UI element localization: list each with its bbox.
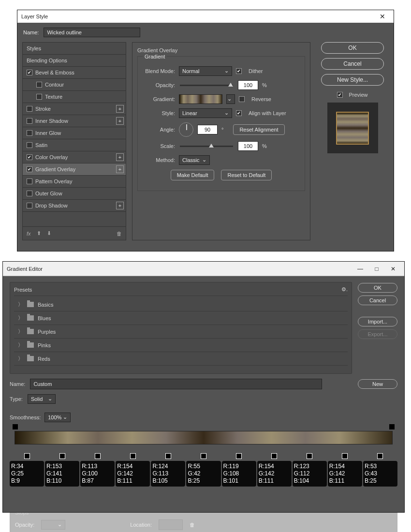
make-default-button[interactable]: Make Default <box>171 170 215 180</box>
stop-opacity-select <box>41 520 65 530</box>
folder-icon <box>27 342 34 348</box>
reset-default-button[interactable]: Reset to Default <box>221 170 272 180</box>
layer-style-title: Layer Style <box>21 14 48 19</box>
styles-list: Styles Blending Options Bevel & Emboss C… <box>22 42 126 240</box>
inner-glow-check[interactable] <box>27 130 32 136</box>
gradient-editor-titlebar[interactable]: Gradient Editor — □ ✕ <box>3 262 404 276</box>
method-label: Method: <box>143 157 175 163</box>
preview-check[interactable] <box>337 92 343 98</box>
opacity-slider[interactable] <box>180 85 233 86</box>
type-select[interactable]: Solid <box>28 394 56 404</box>
preset-folder[interactable]: 〉Basics <box>14 298 348 311</box>
gradient-overlay-check[interactable] <box>27 166 32 172</box>
gradient-swatch[interactable] <box>179 94 222 104</box>
style-select[interactable]: Linear <box>179 108 232 118</box>
percent-label: % <box>262 143 267 149</box>
type-label: Type: <box>10 396 23 402</box>
trash-icon: 🗑 <box>190 522 195 528</box>
smoothness-select[interactable]: 100% <box>44 413 71 422</box>
presets-label: Presets <box>14 287 32 293</box>
gradient-overlay-row[interactable]: Gradient Overlay+ <box>23 163 126 176</box>
preset-folder[interactable]: 〉Purples <box>14 325 348 339</box>
import-button[interactable]: Import... <box>358 317 397 326</box>
align-label: Align with Layer <box>249 110 286 116</box>
preset-folder[interactable]: 〉Blues <box>14 311 348 325</box>
angle-dial[interactable] <box>179 122 193 137</box>
export-button: Export... <box>358 329 397 339</box>
satin-check[interactable] <box>27 142 32 148</box>
opacity-stop[interactable] <box>389 424 395 429</box>
bevel-emboss-row[interactable]: Bevel & Emboss <box>23 67 126 79</box>
angle-input[interactable] <box>197 125 218 134</box>
drop-shadow-check[interactable] <box>27 203 32 208</box>
preset-folder[interactable]: 〉Reds <box>14 352 348 366</box>
gradient-name-input[interactable] <box>30 379 322 389</box>
gear-icon[interactable]: ⚙. <box>341 286 348 293</box>
ok-button[interactable]: OK <box>358 283 397 293</box>
reset-alignment-button[interactable]: Reset Alignment <box>233 124 284 135</box>
opacity-input[interactable] <box>238 80 258 90</box>
close-icon[interactable]: ✕ <box>375 10 390 23</box>
cancel-button[interactable]: Cancel <box>321 58 384 70</box>
color-overlay-check[interactable] <box>27 154 32 160</box>
satin-row[interactable]: Satin <box>23 139 126 151</box>
stroke-check[interactable] <box>27 106 32 112</box>
blend-mode-select[interactable]: Normal <box>179 66 232 76</box>
blending-options-row[interactable]: Blending Options <box>23 55 126 67</box>
stops-panel: Stops Opacity: Location: 🗑 Color: <box>10 504 397 532</box>
rgb-callout: R:154G:142B:111 <box>257 461 292 487</box>
gradient-overlay-panel: Gradient Overlay Gradient Blend Mode: No… <box>132 42 310 240</box>
dither-check[interactable] <box>236 68 242 74</box>
scale-input[interactable] <box>238 141 258 151</box>
presets-list[interactable]: 〉Basics〉Blues〉Purples〉Pinks〉Reds <box>14 298 348 369</box>
rgb-callout: R:119G:108B:101 <box>222 461 256 487</box>
arrow-down-icon[interactable]: ⬇ <box>47 230 51 236</box>
texture-row[interactable]: Texture <box>23 91 126 103</box>
scale-slider[interactable] <box>180 146 233 147</box>
contour-check[interactable] <box>36 82 42 88</box>
folder-icon <box>27 302 34 307</box>
contour-row[interactable]: Contour <box>23 79 126 91</box>
layer-style-titlebar[interactable]: Layer Style ✕ <box>17 10 394 23</box>
angle-label: Angle: <box>143 127 175 133</box>
plus-icon[interactable]: + <box>116 117 124 125</box>
fx-icon[interactable]: fx <box>27 231 31 236</box>
plus-icon[interactable]: + <box>116 105 124 113</box>
stops-label: Stops <box>15 510 392 516</box>
layer-name-input[interactable] <box>44 28 140 37</box>
inner-glow-row[interactable]: Inner Glow <box>23 127 126 139</box>
method-select[interactable]: Classic <box>179 155 210 165</box>
ok-button[interactable]: OK <box>321 42 384 54</box>
rgb-callouts: R:34G:25B:9R:153G:141B:110R:113G:100B:87… <box>10 461 397 487</box>
reverse-check[interactable] <box>239 96 245 102</box>
plus-icon[interactable]: + <box>116 202 124 209</box>
new-style-button[interactable]: New Style... <box>321 74 384 86</box>
arrow-up-icon[interactable]: ⬆ <box>37 230 41 236</box>
gradient-editor-area[interactable]: R:34G:25B:9R:153G:141B:110R:113G:100B:87… <box>10 431 397 465</box>
texture-check[interactable] <box>36 94 42 100</box>
pattern-overlay-row[interactable]: Pattern Overlay <box>23 176 126 188</box>
new-button[interactable]: New <box>358 379 397 389</box>
name-label: Name: <box>23 30 39 35</box>
stroke-row[interactable]: Stroke+ <box>23 103 126 115</box>
opacity-stop[interactable] <box>13 424 18 429</box>
drop-shadow-row[interactable]: Drop Shadow+ <box>23 200 126 212</box>
bevel-emboss-check[interactable] <box>27 70 32 75</box>
plus-icon[interactable]: + <box>116 165 124 173</box>
plus-icon[interactable]: + <box>116 153 124 161</box>
maximize-icon[interactable]: □ <box>369 263 384 275</box>
inner-shadow-row[interactable]: Inner Shadow+ <box>23 115 126 127</box>
align-check[interactable] <box>236 110 242 116</box>
trash-icon[interactable]: 🗑 <box>117 231 122 236</box>
preset-folder[interactable]: 〉Pinks <box>14 339 348 352</box>
outer-glow-row[interactable]: Outer Glow <box>23 188 126 200</box>
inner-shadow-check[interactable] <box>27 118 32 124</box>
color-overlay-row[interactable]: Color Overlay+ <box>23 151 126 163</box>
gradient-bar[interactable] <box>15 431 393 444</box>
minimize-icon[interactable]: — <box>353 263 367 275</box>
close-icon[interactable]: ✕ <box>386 263 400 275</box>
gradient-dropdown[interactable] <box>226 94 235 104</box>
pattern-overlay-check[interactable] <box>27 178 32 184</box>
cancel-button[interactable]: Cancel <box>358 296 397 305</box>
outer-glow-check[interactable] <box>27 191 32 196</box>
